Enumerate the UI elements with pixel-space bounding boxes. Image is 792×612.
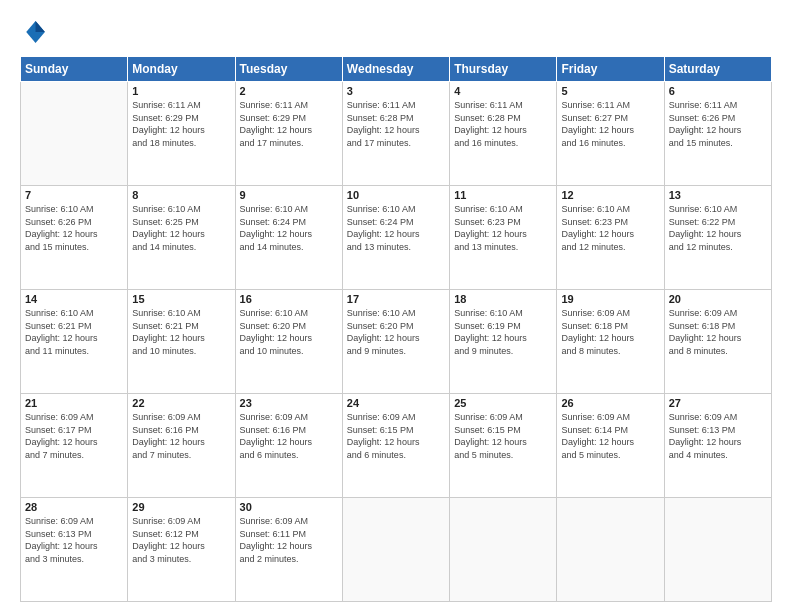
weekday-header-friday: Friday [557,57,664,82]
day-number: 20 [669,293,767,305]
calendar-cell: 8Sunrise: 6:10 AM Sunset: 6:25 PM Daylig… [128,186,235,290]
day-info: Sunrise: 6:09 AM Sunset: 6:12 PM Dayligh… [132,515,230,565]
day-number: 17 [347,293,445,305]
day-number: 15 [132,293,230,305]
weekday-header-tuesday: Tuesday [235,57,342,82]
day-info: Sunrise: 6:10 AM Sunset: 6:21 PM Dayligh… [132,307,230,357]
calendar-cell: 26Sunrise: 6:09 AM Sunset: 6:14 PM Dayli… [557,394,664,498]
calendar-cell: 12Sunrise: 6:10 AM Sunset: 6:23 PM Dayli… [557,186,664,290]
day-number: 25 [454,397,552,409]
logo-icon [20,18,48,46]
day-number: 2 [240,85,338,97]
day-number: 28 [25,501,123,513]
day-info: Sunrise: 6:09 AM Sunset: 6:17 PM Dayligh… [25,411,123,461]
day-info: Sunrise: 6:10 AM Sunset: 6:24 PM Dayligh… [347,203,445,253]
calendar-cell: 19Sunrise: 6:09 AM Sunset: 6:18 PM Dayli… [557,290,664,394]
calendar-cell: 27Sunrise: 6:09 AM Sunset: 6:13 PM Dayli… [664,394,771,498]
calendar-cell: 15Sunrise: 6:10 AM Sunset: 6:21 PM Dayli… [128,290,235,394]
logo [20,18,52,46]
calendar-cell [450,498,557,602]
weekday-header-row: SundayMondayTuesdayWednesdayThursdayFrid… [21,57,772,82]
day-number: 18 [454,293,552,305]
day-number: 11 [454,189,552,201]
calendar-cell: 29Sunrise: 6:09 AM Sunset: 6:12 PM Dayli… [128,498,235,602]
day-number: 10 [347,189,445,201]
calendar-body: 1Sunrise: 6:11 AM Sunset: 6:29 PM Daylig… [21,82,772,602]
day-number: 24 [347,397,445,409]
calendar-cell: 6Sunrise: 6:11 AM Sunset: 6:26 PM Daylig… [664,82,771,186]
day-info: Sunrise: 6:10 AM Sunset: 6:24 PM Dayligh… [240,203,338,253]
calendar-cell: 25Sunrise: 6:09 AM Sunset: 6:15 PM Dayli… [450,394,557,498]
day-info: Sunrise: 6:10 AM Sunset: 6:19 PM Dayligh… [454,307,552,357]
day-number: 9 [240,189,338,201]
calendar-cell: 3Sunrise: 6:11 AM Sunset: 6:28 PM Daylig… [342,82,449,186]
svg-marker-1 [36,21,45,32]
day-info: Sunrise: 6:09 AM Sunset: 6:16 PM Dayligh… [132,411,230,461]
day-number: 29 [132,501,230,513]
calendar-cell: 17Sunrise: 6:10 AM Sunset: 6:20 PM Dayli… [342,290,449,394]
day-info: Sunrise: 6:11 AM Sunset: 6:27 PM Dayligh… [561,99,659,149]
calendar-cell: 13Sunrise: 6:10 AM Sunset: 6:22 PM Dayli… [664,186,771,290]
calendar-cell [664,498,771,602]
day-info: Sunrise: 6:10 AM Sunset: 6:26 PM Dayligh… [25,203,123,253]
day-number: 12 [561,189,659,201]
day-info: Sunrise: 6:09 AM Sunset: 6:16 PM Dayligh… [240,411,338,461]
day-number: 14 [25,293,123,305]
day-info: Sunrise: 6:10 AM Sunset: 6:20 PM Dayligh… [347,307,445,357]
weekday-header-sunday: Sunday [21,57,128,82]
day-number: 16 [240,293,338,305]
day-number: 26 [561,397,659,409]
day-number: 23 [240,397,338,409]
calendar-cell: 5Sunrise: 6:11 AM Sunset: 6:27 PM Daylig… [557,82,664,186]
weekday-header-monday: Monday [128,57,235,82]
calendar-cell: 28Sunrise: 6:09 AM Sunset: 6:13 PM Dayli… [21,498,128,602]
day-number: 13 [669,189,767,201]
calendar-cell: 14Sunrise: 6:10 AM Sunset: 6:21 PM Dayli… [21,290,128,394]
day-info: Sunrise: 6:09 AM Sunset: 6:15 PM Dayligh… [454,411,552,461]
day-number: 5 [561,85,659,97]
day-info: Sunrise: 6:09 AM Sunset: 6:11 PM Dayligh… [240,515,338,565]
day-info: Sunrise: 6:09 AM Sunset: 6:14 PM Dayligh… [561,411,659,461]
day-info: Sunrise: 6:09 AM Sunset: 6:13 PM Dayligh… [25,515,123,565]
week-row-2: 7Sunrise: 6:10 AM Sunset: 6:26 PM Daylig… [21,186,772,290]
weekday-header-thursday: Thursday [450,57,557,82]
calendar-cell: 7Sunrise: 6:10 AM Sunset: 6:26 PM Daylig… [21,186,128,290]
weekday-header-wednesday: Wednesday [342,57,449,82]
day-info: Sunrise: 6:09 AM Sunset: 6:18 PM Dayligh… [561,307,659,357]
calendar-cell: 11Sunrise: 6:10 AM Sunset: 6:23 PM Dayli… [450,186,557,290]
day-info: Sunrise: 6:09 AM Sunset: 6:15 PM Dayligh… [347,411,445,461]
calendar-cell: 16Sunrise: 6:10 AM Sunset: 6:20 PM Dayli… [235,290,342,394]
week-row-3: 14Sunrise: 6:10 AM Sunset: 6:21 PM Dayli… [21,290,772,394]
day-info: Sunrise: 6:11 AM Sunset: 6:28 PM Dayligh… [347,99,445,149]
day-info: Sunrise: 6:10 AM Sunset: 6:23 PM Dayligh… [454,203,552,253]
day-info: Sunrise: 6:11 AM Sunset: 6:29 PM Dayligh… [132,99,230,149]
weekday-header-saturday: Saturday [664,57,771,82]
calendar-cell: 23Sunrise: 6:09 AM Sunset: 6:16 PM Dayli… [235,394,342,498]
week-row-1: 1Sunrise: 6:11 AM Sunset: 6:29 PM Daylig… [21,82,772,186]
day-number: 21 [25,397,123,409]
day-info: Sunrise: 6:10 AM Sunset: 6:21 PM Dayligh… [25,307,123,357]
calendar-cell: 1Sunrise: 6:11 AM Sunset: 6:29 PM Daylig… [128,82,235,186]
day-number: 22 [132,397,230,409]
page: SundayMondayTuesdayWednesdayThursdayFrid… [0,0,792,612]
day-number: 3 [347,85,445,97]
day-info: Sunrise: 6:10 AM Sunset: 6:22 PM Dayligh… [669,203,767,253]
day-number: 7 [25,189,123,201]
day-info: Sunrise: 6:10 AM Sunset: 6:23 PM Dayligh… [561,203,659,253]
calendar-header: SundayMondayTuesdayWednesdayThursdayFrid… [21,57,772,82]
day-info: Sunrise: 6:10 AM Sunset: 6:20 PM Dayligh… [240,307,338,357]
day-info: Sunrise: 6:09 AM Sunset: 6:18 PM Dayligh… [669,307,767,357]
week-row-5: 28Sunrise: 6:09 AM Sunset: 6:13 PM Dayli… [21,498,772,602]
calendar-cell [21,82,128,186]
calendar-cell: 9Sunrise: 6:10 AM Sunset: 6:24 PM Daylig… [235,186,342,290]
day-info: Sunrise: 6:11 AM Sunset: 6:28 PM Dayligh… [454,99,552,149]
day-number: 4 [454,85,552,97]
day-number: 8 [132,189,230,201]
week-row-4: 21Sunrise: 6:09 AM Sunset: 6:17 PM Dayli… [21,394,772,498]
calendar-cell: 22Sunrise: 6:09 AM Sunset: 6:16 PM Dayli… [128,394,235,498]
day-number: 1 [132,85,230,97]
day-info: Sunrise: 6:10 AM Sunset: 6:25 PM Dayligh… [132,203,230,253]
day-number: 6 [669,85,767,97]
header [20,18,772,46]
calendar-cell: 30Sunrise: 6:09 AM Sunset: 6:11 PM Dayli… [235,498,342,602]
